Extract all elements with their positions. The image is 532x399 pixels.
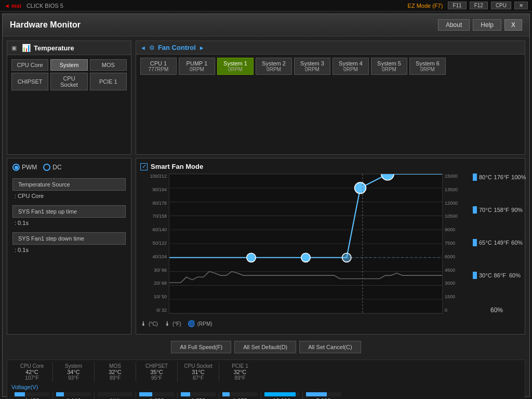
smart-fan-title: Smart Fan Mode bbox=[151, 163, 203, 170]
cpu-socket-btn[interactable]: CPU Socket bbox=[50, 73, 87, 90]
step-up-value: : 0.1s bbox=[12, 220, 126, 226]
legend-tempf-label: (°F) bbox=[172, 321, 181, 327]
sensor-cpu-core-c: 42°C bbox=[17, 369, 47, 375]
voltage-bar-cpu-core bbox=[15, 392, 25, 396]
system3-rpm: 0RPM bbox=[300, 66, 325, 72]
temp-bar-80 bbox=[473, 174, 477, 181]
close-button[interactable]: X bbox=[504, 19, 522, 31]
system5-rpm: 0RPM bbox=[377, 66, 402, 72]
chart-container: 100/212 90/194 80/176 70/158 60/140 50/1… bbox=[140, 174, 521, 314]
temp-30-f: 86°F bbox=[494, 272, 506, 278]
temp-70-c: 70°C bbox=[479, 207, 492, 213]
sensor-cpu-core-name: CPU Core bbox=[17, 363, 47, 369]
system6-fan-btn[interactable]: System 6 0RPM bbox=[409, 58, 446, 75]
system4-label: System 4 bbox=[339, 60, 363, 66]
system2-rpm: 0RPM bbox=[261, 66, 286, 72]
voltage-sys12v: 12.096 System 12V bbox=[261, 392, 303, 399]
y-label-6: 40/104 bbox=[140, 254, 169, 259]
system4-fan-btn[interactable]: System 4 0RPM bbox=[332, 58, 369, 75]
y-label-8: 20/ 68 bbox=[140, 281, 169, 286]
dc-radio-label[interactable]: DC bbox=[43, 164, 61, 171]
svg-point-15 bbox=[355, 182, 366, 193]
chipset-btn[interactable]: CHIPSET bbox=[11, 73, 48, 90]
window-title-bar: Hardware Monitor About Help X bbox=[3, 14, 529, 36]
fan-control-panel: ◄ ⚙ Fan Control ► CPU 1 777RPM PUMP 1 0R… bbox=[136, 41, 525, 155]
cpu-core-btn[interactable]: CPU Core bbox=[11, 59, 48, 71]
chart-svg bbox=[169, 174, 442, 313]
pwm-radio-label[interactable]: PWM bbox=[12, 164, 37, 171]
sensor-mos-name: MOS bbox=[100, 363, 130, 369]
temp-30-c: 30°C bbox=[479, 272, 492, 278]
sensor-chipset: CHIPSET 35°C 95°F bbox=[136, 362, 178, 382]
all-set-cancel-btn[interactable]: All Set Cancel(C) bbox=[299, 341, 361, 353]
mos-btn[interactable]: MOS bbox=[90, 59, 127, 71]
temp-point-30: 30°C 86°F 60% bbox=[473, 272, 521, 279]
temp-point-65: 65°C 149°F 60% bbox=[473, 239, 521, 246]
voltage-cpu-1p8: 1.832 CPU 1P8 bbox=[136, 392, 178, 399]
sensor-chipset-c: 35°C bbox=[141, 369, 172, 375]
rpm-label-8: 3000 bbox=[445, 281, 469, 286]
window-title: Hardware Monitor bbox=[10, 20, 81, 30]
cpu-btn[interactable]: CPU bbox=[491, 2, 511, 9]
pwm-radio[interactable] bbox=[12, 164, 20, 171]
collapse-icon[interactable]: ▣ bbox=[11, 45, 17, 51]
window-title-buttons: About Help X bbox=[438, 19, 522, 31]
y-label-10: 0/ 32 bbox=[140, 308, 169, 313]
legend-temp-f: 🌡 (°F) bbox=[164, 320, 181, 327]
step-up-btn[interactable]: SYS Fan1 step up time bbox=[12, 205, 126, 218]
fan-panel-header: ◄ ⚙ Fan Control ► bbox=[136, 41, 525, 55]
chart-main[interactable] bbox=[169, 174, 443, 314]
pump1-fan-btn[interactable]: PUMP 1 0RPM bbox=[179, 58, 215, 75]
legend-temp-c: 🌡 (°C) bbox=[140, 320, 158, 327]
msi-logo: ◄ msi bbox=[4, 3, 21, 9]
temp-buttons-grid: CPU Core System MOS CHIPSET CPU Socket P… bbox=[7, 55, 131, 95]
pump1-label: PUMP 1 bbox=[187, 60, 208, 66]
all-full-speed-btn[interactable]: All Full Speed(F) bbox=[171, 341, 231, 353]
main-window: Hardware Monitor About Help X ▣ 📊 Temper… bbox=[2, 14, 530, 397]
dc-text: DC bbox=[52, 164, 61, 171]
rpm-label-5: 7500 bbox=[445, 241, 469, 246]
system6-label: System 6 bbox=[416, 60, 440, 66]
thermometer2-icon: 🌡 bbox=[164, 320, 170, 327]
cpu1-fan-btn[interactable]: CPU 1 777RPM bbox=[140, 58, 177, 75]
voltage-bar-cpu-core-container bbox=[15, 392, 49, 396]
voltage-bar-sys5v-container bbox=[306, 392, 341, 396]
dc-radio[interactable] bbox=[43, 164, 50, 171]
all-set-default-btn[interactable]: All Set Default(D) bbox=[234, 341, 296, 353]
temp-bar-70 bbox=[473, 206, 477, 214]
temp-80-c: 80°C bbox=[479, 174, 492, 180]
chart-legend: 🌡 (°C) 🌡 (°F) 🌀 (RPM) bbox=[140, 318, 212, 327]
top-bar-buttons: F11 F12 CPU ✕ bbox=[448, 2, 528, 9]
voltage-cpu-vddp: N/A CPU VDDP bbox=[95, 392, 136, 399]
system1-fan-btn[interactable]: System 1 0RPM bbox=[217, 58, 254, 75]
voltage-bars-row: 1.482 CPU Core 1.110 CPU NB/SOC N/A CPU … bbox=[11, 392, 521, 399]
system5-fan-btn[interactable]: System 5 0RPM bbox=[371, 58, 407, 75]
system-btn[interactable]: System bbox=[50, 59, 87, 71]
smart-fan-checkbox[interactable] bbox=[140, 163, 148, 170]
f11-btn[interactable]: F11 bbox=[448, 2, 466, 9]
about-button[interactable]: About bbox=[438, 19, 470, 31]
sensor-pcie1-f: 89°F bbox=[224, 375, 256, 381]
rpm-label-7: 4500 bbox=[445, 268, 469, 273]
rpm-label-10: 0 bbox=[445, 308, 469, 313]
rpm-label-2: 12000 bbox=[445, 201, 469, 206]
system2-fan-btn[interactable]: System 2 0RPM bbox=[256, 58, 292, 75]
voltage-bar-dram-container bbox=[181, 392, 216, 396]
sensor-chipset-f: 95°F bbox=[141, 375, 172, 381]
temp-source-btn[interactable]: Temperature Source bbox=[12, 178, 126, 191]
voltage-cpu-core: 1.482 CPU Core bbox=[11, 392, 53, 399]
sensor-pcie1-c: 32°C bbox=[224, 369, 256, 375]
close-top-btn[interactable]: ✕ bbox=[514, 2, 528, 9]
fan-buttons-row: CPU 1 777RPM PUMP 1 0RPM System 1 0RPM S… bbox=[136, 55, 525, 78]
chart-title-row: Smart Fan Mode bbox=[140, 163, 521, 170]
voltage-dram: 1.352 DRAM bbox=[178, 392, 219, 399]
sensor-cpu-socket-f: 87°F bbox=[183, 375, 214, 381]
f12-btn[interactable]: F12 bbox=[470, 2, 488, 9]
chart-right-panel: 80°C 176°F 100% 70°C 158°F 90% 65° bbox=[469, 174, 521, 314]
temp-panel-header: ▣ 📊 Temperature bbox=[7, 41, 131, 55]
pcie1-btn[interactable]: PCIE 1 bbox=[90, 73, 127, 90]
system3-fan-btn[interactable]: System 3 0RPM bbox=[294, 58, 330, 75]
help-button[interactable]: Help bbox=[473, 19, 501, 31]
rpm-label-0: 15000 bbox=[445, 174, 469, 179]
step-down-btn[interactable]: SYS Fan1 step down time bbox=[12, 232, 126, 245]
